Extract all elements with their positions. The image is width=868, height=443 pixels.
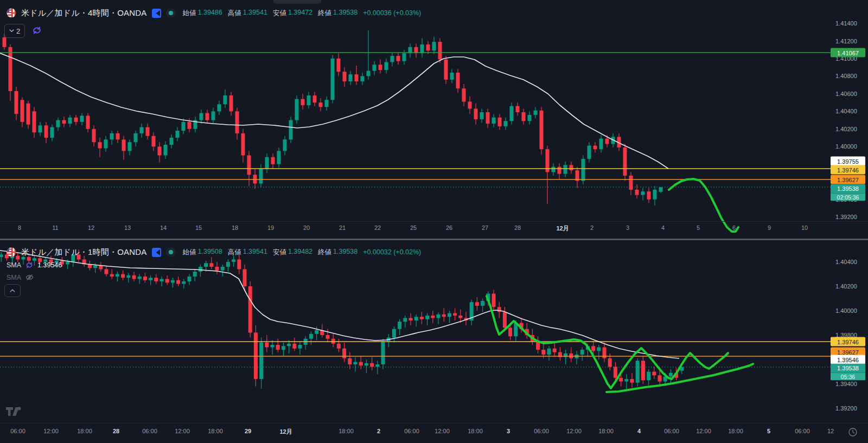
eye-off-icon[interactable] bbox=[25, 273, 34, 282]
candle-body bbox=[361, 76, 365, 81]
candle-body bbox=[143, 277, 147, 280]
timezone-clock-button[interactable] bbox=[848, 427, 858, 437]
candle-body bbox=[641, 191, 645, 195]
candle-body bbox=[475, 302, 479, 306]
candle-body bbox=[33, 111, 36, 132]
candle-body bbox=[508, 328, 512, 337]
time-tick: 12:00 bbox=[43, 428, 59, 434]
last-price-label: 1.3953802:05:36 bbox=[831, 184, 865, 201]
bar-countdown: 02:05:36 bbox=[831, 194, 865, 201]
candle-body bbox=[149, 278, 152, 280]
candle-body bbox=[319, 102, 323, 107]
candle-body bbox=[504, 121, 508, 126]
price-level-label-yellow: 1.39746 bbox=[831, 165, 865, 175]
candle-body bbox=[337, 344, 341, 349]
symbol-title[interactable]: 米ドル／加ドル・4時間・OANDA bbox=[21, 8, 147, 18]
candle-body bbox=[226, 262, 230, 267]
candle-body bbox=[110, 133, 114, 139]
candle-body bbox=[420, 317, 424, 319]
price-tick: 1.39400 bbox=[835, 381, 857, 387]
price-tick: 1.39200 bbox=[835, 405, 857, 412]
candle-body bbox=[381, 341, 385, 364]
candle-body bbox=[176, 280, 180, 284]
candle-body bbox=[265, 343, 269, 348]
candle-body bbox=[528, 115, 532, 121]
sma-legend-row-2[interactable]: SMA bbox=[7, 273, 34, 282]
candle-body bbox=[481, 301, 484, 306]
sma-name: SMA bbox=[7, 261, 21, 269]
candle-body bbox=[74, 118, 78, 122]
candle-body bbox=[342, 349, 346, 358]
candle-body bbox=[128, 142, 132, 151]
chart-count-button[interactable]: 2 bbox=[4, 24, 25, 38]
price-level-label-yellow: 1.39746 bbox=[831, 337, 865, 346]
candle-body bbox=[409, 318, 413, 321]
candle-body bbox=[403, 53, 406, 61]
price-tick: 1.40000 bbox=[835, 307, 857, 314]
candle-body bbox=[182, 281, 186, 284]
drawing-trend-line[interactable] bbox=[487, 296, 728, 388]
candle-body bbox=[354, 362, 358, 365]
candle-body bbox=[534, 111, 538, 115]
candle-body bbox=[56, 120, 60, 127]
candle-body bbox=[92, 129, 96, 142]
price-level-label-white: 1.39755 bbox=[831, 157, 865, 166]
last-price-label: 1.3953805:36 bbox=[831, 364, 865, 381]
sync-refresh-icon[interactable] bbox=[25, 261, 34, 269]
candle-body bbox=[647, 372, 650, 381]
collapse-pane-button[interactable] bbox=[4, 284, 21, 297]
candle-body bbox=[158, 146, 162, 155]
symbol-title[interactable]: 米ドル／加ドル・1時間・OANDA bbox=[21, 247, 147, 258]
usdcad-flag-icon bbox=[7, 8, 16, 18]
change-value: +0.00032 (+0.02%) bbox=[363, 248, 421, 256]
candle-body bbox=[132, 275, 136, 279]
price-tick: 1.40400 bbox=[835, 108, 857, 114]
candle-body bbox=[379, 65, 382, 70]
candle-body bbox=[641, 361, 645, 380]
candle-body bbox=[468, 101, 472, 108]
candle-body bbox=[326, 335, 330, 339]
tradingview-logo[interactable] bbox=[5, 406, 23, 417]
candle-body bbox=[652, 372, 656, 376]
time-tick: 26 bbox=[446, 224, 452, 231]
candle-body bbox=[44, 125, 48, 138]
candle-body bbox=[398, 322, 401, 329]
candle-body bbox=[325, 100, 329, 107]
candle-body bbox=[165, 279, 169, 283]
sync-refresh-icon[interactable] bbox=[31, 25, 42, 36]
candle-body bbox=[98, 142, 102, 148]
candle-body bbox=[359, 362, 363, 366]
candle-body bbox=[558, 167, 561, 174]
pane-separator[interactable] bbox=[0, 239, 868, 240]
time-tick: 06:00 bbox=[534, 428, 549, 434]
candle-body bbox=[171, 280, 175, 283]
candle-body bbox=[134, 133, 138, 142]
price-tick: 1.40200 bbox=[835, 126, 857, 132]
candle-body bbox=[298, 345, 302, 349]
time-tick: 28 bbox=[113, 428, 119, 434]
candle-body bbox=[431, 316, 435, 318]
drawing-trend-line[interactable] bbox=[669, 179, 738, 232]
candle-body bbox=[3, 37, 7, 47]
candle-body bbox=[15, 91, 18, 114]
candle-body bbox=[9, 47, 12, 91]
time-tick: 12 bbox=[88, 224, 94, 231]
sma-legend-row-1[interactable]: SMA 1.39546 bbox=[7, 261, 62, 269]
time-tick: 29 bbox=[245, 428, 251, 434]
candle-body bbox=[582, 159, 585, 181]
price-tick: 1.40000 bbox=[835, 143, 857, 150]
candle-body bbox=[188, 122, 192, 129]
market-status-icon[interactable] bbox=[166, 247, 176, 257]
candle-body bbox=[271, 345, 275, 348]
time-tick: 22 bbox=[374, 224, 381, 231]
candle-body bbox=[510, 106, 514, 121]
time-tick: 2 bbox=[377, 428, 380, 434]
candle-body bbox=[444, 60, 448, 80]
candle-body bbox=[309, 334, 313, 339]
time-tick: 3 bbox=[626, 224, 629, 231]
close-label: 終値 bbox=[318, 9, 331, 18]
pane-0 bbox=[0, 30, 831, 232]
market-status-icon[interactable] bbox=[166, 8, 176, 18]
candle-body bbox=[588, 146, 591, 159]
candle-body bbox=[287, 344, 291, 346]
